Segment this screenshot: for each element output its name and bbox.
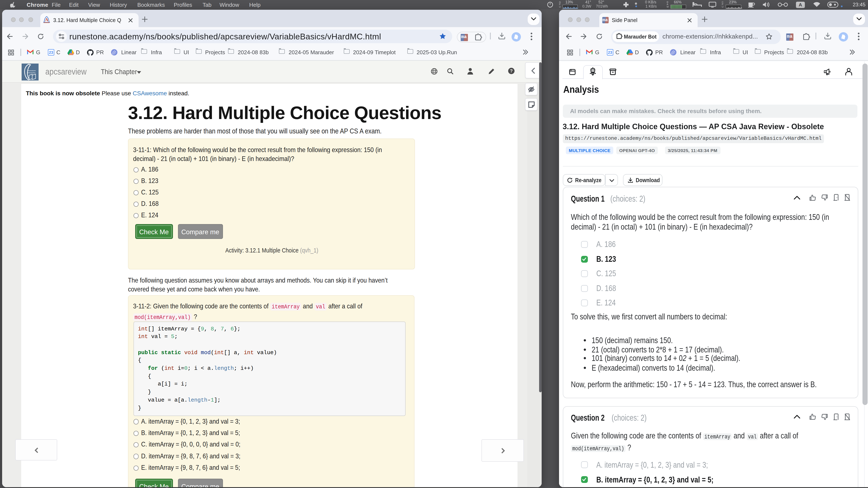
svg-text:Runestone: Runestone xyxy=(27,69,36,71)
svg-text:Interactive: Interactive xyxy=(28,72,35,73)
svg-text:A: A xyxy=(45,17,48,22)
